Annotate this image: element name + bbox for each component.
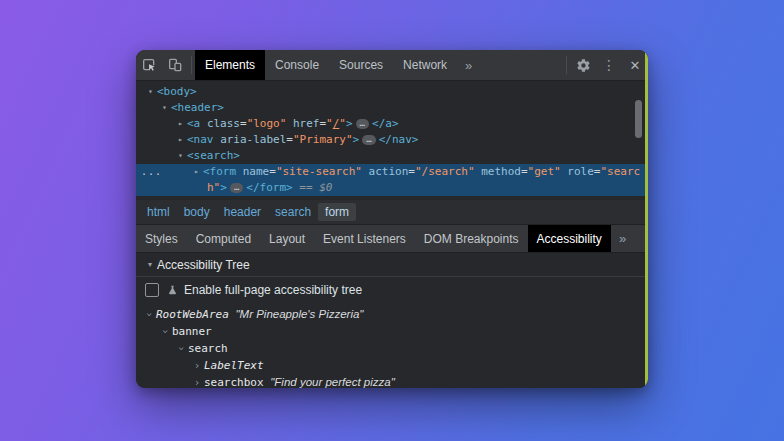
dom-value: "Primary"	[293, 133, 353, 146]
chevron-down-icon[interactable]: ›	[141, 308, 158, 322]
expand-arrow-icon[interactable]: ▸	[174, 116, 187, 132]
dom-node-logo-link[interactable]: ▸<a class="logo" href="/">…</a>	[136, 116, 648, 132]
more-tabs-chevron-icon[interactable]: »	[611, 225, 634, 252]
devtools-toolbar: Elements Console Sources Network » ⋮ ✕	[136, 50, 648, 81]
tab-network[interactable]: Network	[393, 50, 457, 80]
dom-node-form-selected[interactable]: ...▸<form name="site-search" action="/se…	[136, 164, 648, 196]
chevron-right-icon[interactable]: ›	[190, 374, 204, 388]
tab-layout[interactable]: Layout	[260, 225, 314, 252]
dom-tag: <body>	[157, 85, 197, 98]
dom-value: "	[339, 117, 346, 130]
more-panels-chevron-icon[interactable]: »	[457, 50, 480, 80]
a11y-role: searchbox	[204, 376, 264, 388]
inspect-element-icon[interactable]	[136, 50, 162, 80]
dom-tag: <search>	[187, 149, 240, 162]
dom-attr: class	[207, 117, 240, 130]
device-toolbar-icon[interactable]	[162, 50, 188, 80]
dom-tag: >	[346, 117, 353, 130]
console-reference-hint: == $0	[293, 181, 333, 194]
dom-node-header[interactable]: ▾<header>	[136, 100, 648, 116]
dom-attr: role	[567, 165, 594, 178]
crumb-header[interactable]: header	[217, 203, 268, 221]
dom-tag: </nav>	[379, 133, 419, 146]
a11y-role: banner	[172, 325, 212, 338]
full-page-a11y-toggle-row[interactable]: Enable full-page accessibility tree	[136, 277, 648, 303]
scrollbar-thumb[interactable]	[635, 100, 642, 138]
dom-tag: <a	[187, 117, 207, 130]
crumb-search[interactable]: search	[268, 203, 318, 221]
dom-attr: action	[369, 165, 409, 178]
a11y-role: RootWebArea	[156, 308, 229, 321]
accessibility-pane: ▾ Accessibility Tree Enable full-page ac…	[136, 253, 648, 388]
devtools-window: Elements Console Sources Network » ⋮ ✕ ▾…	[136, 50, 648, 388]
collapse-arrow-icon[interactable]: ▾	[144, 84, 157, 100]
desktop-background: Elements Console Sources Network » ⋮ ✕ ▾…	[0, 0, 784, 441]
dom-punct: =	[240, 117, 247, 130]
a11y-role: LabelText	[204, 359, 264, 372]
dom-tag: </a>	[372, 117, 399, 130]
a11y-node-banner[interactable]: ›banner	[136, 323, 648, 340]
dom-punct: =	[521, 165, 528, 178]
elements-tree: ▾<body> ▾<header> ▸<a class="logo" href=…	[136, 81, 648, 200]
dom-punct: =	[269, 165, 276, 178]
a11y-name: "Find your perfect pizza"	[270, 376, 395, 388]
expand-ellipsis-icon[interactable]: …	[230, 183, 243, 193]
dom-attr: name	[243, 165, 270, 178]
node-options-dots-icon[interactable]: ...	[141, 164, 162, 180]
a11y-role: search	[188, 342, 228, 355]
dom-node-search[interactable]: ▾<search>	[136, 148, 648, 164]
a11y-node-labeltext[interactable]: ›LabelText	[136, 357, 648, 374]
section-title: Accessibility Tree	[157, 258, 250, 272]
a11y-name: "Mr Pineapple's Pizzeria"	[235, 308, 363, 320]
dom-value: "logo"	[247, 117, 293, 130]
dom-value: "get"	[528, 165, 568, 178]
collapse-arrow-icon[interactable]: ▾	[174, 148, 187, 164]
dom-punct: =	[286, 133, 293, 146]
accessibility-tree: ›RootWebArea "Mr Pineapple's Pizzeria" ›…	[136, 303, 648, 388]
dom-tag: >	[220, 181, 227, 194]
crumb-body[interactable]: body	[177, 203, 217, 221]
breadcrumb: html body header search form	[136, 200, 648, 225]
dom-tag: >	[353, 133, 360, 146]
chevron-down-icon[interactable]: ›	[173, 342, 190, 356]
enable-full-page-checkbox[interactable]	[145, 283, 159, 297]
tab-accessibility[interactable]: Accessibility	[528, 225, 611, 252]
dom-tag: <form	[203, 165, 243, 178]
page-edge-strip	[645, 50, 648, 388]
collapse-arrow-icon[interactable]: ▾	[158, 100, 171, 116]
dom-attr: method	[481, 165, 521, 178]
settings-gear-icon[interactable]	[570, 50, 596, 80]
checkbox-label: Enable full-page accessibility tree	[184, 283, 362, 297]
sidebar-tabs: Styles Computed Layout Event Listeners D…	[136, 225, 648, 253]
expand-ellipsis-icon[interactable]: …	[356, 119, 369, 129]
toolbar-separator	[191, 56, 192, 74]
dom-value: "site-search"	[276, 165, 369, 178]
a11y-node-rootwebarea[interactable]: ›RootWebArea "Mr Pineapple's Pizzeria"	[136, 306, 648, 323]
tab-elements[interactable]: Elements	[195, 50, 265, 80]
dom-value: "searc	[600, 165, 640, 178]
dom-tag: </form>	[246, 181, 292, 194]
tab-dom-breakpoints[interactable]: DOM Breakpoints	[415, 225, 528, 252]
accessibility-tree-section-header[interactable]: ▾ Accessibility Tree	[136, 253, 648, 277]
collapse-arrow-icon[interactable]: ▾	[143, 260, 157, 269]
expand-ellipsis-icon[interactable]: …	[362, 135, 375, 145]
kebab-menu-icon[interactable]: ⋮	[596, 50, 622, 80]
dom-node-nav[interactable]: ▸<nav aria-label="Primary">…</nav>	[136, 132, 648, 148]
a11y-node-search[interactable]: ›search	[136, 340, 648, 357]
crumb-html[interactable]: html	[140, 203, 177, 221]
tab-styles[interactable]: Styles	[136, 225, 187, 252]
crumb-form[interactable]: form	[318, 203, 356, 221]
tab-console[interactable]: Console	[265, 50, 329, 80]
dom-attr: href	[293, 117, 320, 130]
tab-computed[interactable]: Computed	[187, 225, 260, 252]
tab-sources[interactable]: Sources	[329, 50, 393, 80]
tab-event-listeners[interactable]: Event Listeners	[314, 225, 415, 252]
chevron-right-icon[interactable]: ›	[190, 357, 204, 374]
chevron-down-icon[interactable]: ›	[157, 325, 174, 339]
expand-arrow-icon[interactable]: ▸	[190, 164, 203, 180]
toolbar-spacer	[480, 50, 563, 80]
expand-arrow-icon[interactable]: ▸	[174, 132, 187, 148]
experiment-flask-icon	[166, 284, 179, 297]
dom-node-body[interactable]: ▾<body>	[136, 84, 648, 100]
a11y-node-searchbox[interactable]: ›searchbox "Find your perfect pizza"	[136, 374, 648, 388]
